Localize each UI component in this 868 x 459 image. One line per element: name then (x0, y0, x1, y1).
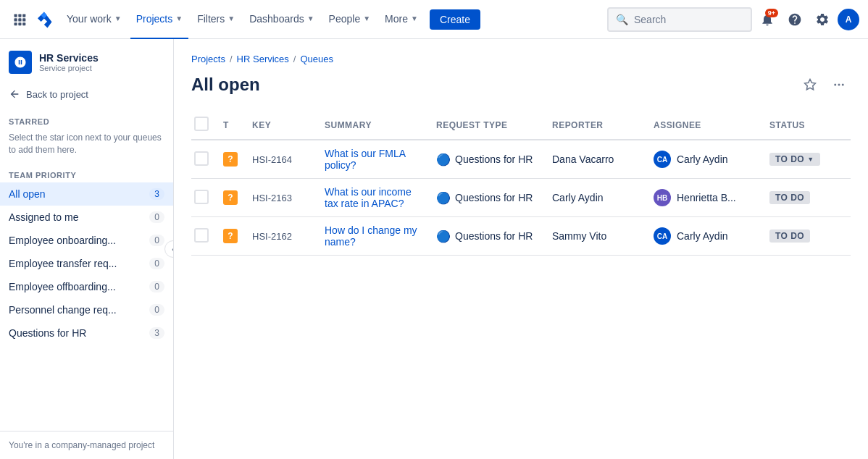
svg-rect-8 (22, 22, 25, 25)
row-key-cell: HSI-2164 (246, 140, 319, 179)
nav-dashboards[interactable]: Dashboards ▼ (243, 0, 320, 39)
sidebar-item-label: All open (9, 188, 149, 200)
sidebar-item-personnel-change[interactable]: Personnel change req... 0 (0, 298, 173, 321)
issue-type-icon: ? (223, 152, 238, 167)
row-checkbox[interactable] (194, 228, 209, 243)
notification-badge: 9+ (765, 9, 778, 17)
row-status-cell: TO DO (764, 179, 851, 217)
row-request-type-cell: 🔵 Questions for HR (430, 217, 546, 256)
sidebar-item-label: Personnel change req... (9, 304, 149, 316)
more-options-button[interactable] (827, 73, 851, 96)
project-name: HR Services (39, 52, 99, 64)
issue-type-icon: ? (223, 190, 238, 205)
row-type-cell: ? (217, 179, 246, 217)
status-badge[interactable]: TO DO (769, 230, 810, 243)
sidebar-project-header: HR Services Service project (0, 39, 173, 83)
row-status-cell: TO DO (764, 217, 851, 256)
sidebar-item-employee-offboarding[interactable]: Employee offboarding... 0 (0, 275, 173, 298)
sidebar-item-label: Employee onboarding... (9, 235, 149, 246)
star-button[interactable] (798, 73, 822, 96)
more-chevron: ▼ (411, 14, 418, 22)
svg-rect-3 (14, 18, 17, 21)
row-assignee-cell: HB Henrietta B... (648, 179, 764, 217)
col-key: Key (246, 111, 319, 140)
main-content: Projects / HR Services / Queues All open (174, 39, 868, 459)
status-badge[interactable]: TO DO (769, 191, 810, 204)
nav-your-work[interactable]: Your work ▼ (61, 0, 128, 39)
people-chevron: ▼ (363, 14, 370, 22)
select-all-checkbox[interactable] (194, 117, 209, 131)
row-summary-cell: What is our FMLA policy? (319, 140, 430, 179)
request-type-label: Questions for HR (455, 192, 533, 203)
assignee-name: Carly Aydin (677, 230, 728, 242)
svg-rect-7 (18, 22, 21, 25)
row-reporter-cell: Sammy Vito (546, 217, 648, 256)
settings-button[interactable] (810, 7, 835, 32)
row-type-cell: ? (217, 217, 246, 256)
request-type-label: Questions for HR (455, 153, 533, 165)
breadcrumb-queues[interactable]: Queues (300, 54, 333, 64)
assignee-avatar: HB (654, 189, 671, 206)
jira-logo[interactable] (33, 9, 55, 30)
sidebar-item-employee-onboarding[interactable]: Employee onboarding... 0 (0, 229, 173, 252)
row-reporter-cell: Dana Vacarro (546, 140, 648, 179)
filters-chevron: ▼ (228, 14, 235, 22)
issue-summary-link[interactable]: How do I change my name? (325, 224, 417, 248)
sidebar-item-label: Questions for HR (9, 327, 149, 339)
team-priority-section-title: TEAM PRIORITY (0, 162, 173, 182)
sidebar-item-assigned-to-me[interactable]: Assigned to me 0 (0, 206, 173, 229)
row-checkbox[interactable] (194, 190, 209, 204)
issue-key-link[interactable]: HSI-2163 (252, 193, 292, 203)
svg-rect-1 (18, 14, 21, 17)
assignee-name: Carly Aydin (677, 153, 728, 165)
nav-more[interactable]: More ▼ (379, 0, 424, 39)
issue-summary-link[interactable]: What is our FMLA policy? (325, 148, 405, 171)
sidebar-item-count: 0 (149, 304, 164, 316)
col-reporter: Reporter (546, 111, 648, 140)
table-header-row: T Key Summary Request Type Reporter Assi… (191, 111, 851, 140)
breadcrumb: Projects / HR Services / Queues (191, 54, 851, 64)
create-button[interactable]: Create (430, 9, 480, 30)
page-title: All open (191, 75, 260, 95)
status-badge[interactable]: TO DO ▼ (769, 153, 820, 166)
svg-rect-0 (14, 14, 17, 17)
issue-summary-link[interactable]: What is our income tax rate in APAC? (325, 186, 412, 209)
sidebar-item-count: 3 (149, 188, 164, 200)
nav-filters[interactable]: Filters ▼ (191, 0, 241, 39)
back-to-project-button[interactable]: Back to project (0, 83, 173, 106)
sidebar: HR Services Service project Back to proj… (0, 39, 174, 459)
nav-people[interactable]: People ▼ (323, 0, 377, 39)
sidebar-item-count: 0 (149, 235, 164, 246)
search-box[interactable]: 🔍 Search (607, 7, 752, 32)
svg-rect-5 (22, 18, 25, 21)
page-actions (798, 73, 851, 96)
request-type-icon: 🔵 (436, 230, 451, 243)
nav-projects[interactable]: Projects ▼ (130, 0, 188, 39)
apps-menu-button[interactable] (9, 9, 30, 30)
row-checkbox[interactable] (194, 151, 209, 166)
issue-key-link[interactable]: HSI-2162 (252, 231, 292, 242)
sidebar-item-count: 0 (149, 281, 164, 292)
sidebar-item-employee-transfer[interactable]: Employee transfer req... 0 (0, 252, 173, 275)
your-work-chevron: ▼ (114, 14, 122, 22)
assignee-avatar: CA (654, 227, 671, 245)
breadcrumb-projects[interactable]: Projects (191, 54, 225, 64)
issue-key-link[interactable]: HSI-2164 (252, 154, 292, 165)
page-header: All open (191, 73, 851, 96)
table-row: ? HSI-2162 How do I change my name? 🔵 Qu… (191, 217, 851, 256)
starred-section-title: STARRED (0, 109, 173, 129)
sidebar-item-all-open[interactable]: All open 3 (0, 182, 173, 206)
svg-point-12 (842, 84, 844, 86)
help-button[interactable] (783, 7, 807, 32)
row-type-cell: ? (217, 140, 246, 179)
sidebar-item-questions-for-hr[interactable]: Questions for HR 3 (0, 321, 173, 345)
breadcrumb-hr-services[interactable]: HR Services (237, 54, 289, 64)
reporter-name: Dana Vacarro (552, 153, 614, 165)
svg-rect-2 (22, 14, 25, 17)
project-type: Service project (39, 64, 99, 72)
back-icon (9, 88, 20, 100)
sidebar-item-count: 0 (149, 211, 164, 223)
col-request-type: Request Type (430, 111, 546, 140)
notifications-button[interactable]: 9+ (755, 7, 780, 32)
user-avatar[interactable]: A (838, 9, 859, 30)
